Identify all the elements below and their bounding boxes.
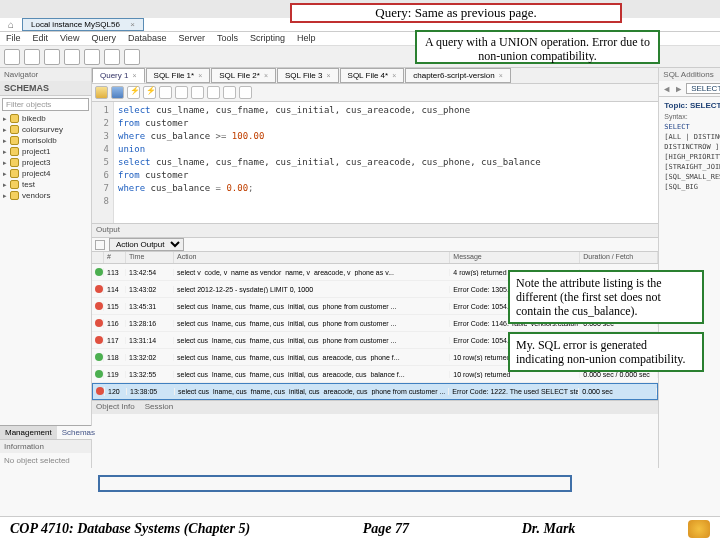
menu-edit[interactable]: Edit bbox=[33, 33, 49, 44]
schema-item[interactable]: ▸morisoldb bbox=[0, 135, 91, 146]
row-number: 116 bbox=[104, 320, 126, 327]
schema-item[interactable]: ▸bikedb bbox=[0, 113, 91, 124]
sql-additions-header: SQL Additions bbox=[659, 68, 720, 81]
query-tab[interactable]: SQL File 1*× bbox=[146, 68, 211, 83]
navigator-bottom-tabs: Management Schemas bbox=[0, 425, 91, 439]
execute-step-icon[interactable] bbox=[143, 86, 156, 99]
row-number: 120 bbox=[105, 388, 127, 395]
menu-file[interactable]: File bbox=[6, 33, 21, 44]
row-time: 13:42:54 bbox=[126, 269, 174, 276]
row-action: select cus_lname, cus_fname, cus_initial… bbox=[174, 320, 450, 327]
schema-label: test bbox=[22, 180, 35, 189]
row-action: select cus_lname, cus_fname, cus_initial… bbox=[175, 388, 449, 395]
toolbar-icon[interactable] bbox=[124, 49, 140, 65]
close-icon[interactable]: × bbox=[392, 72, 396, 79]
open-icon[interactable] bbox=[95, 86, 108, 99]
row-time: 13:38:05 bbox=[127, 388, 175, 395]
status-object-info[interactable]: Object Info bbox=[96, 402, 135, 413]
save-icon[interactable] bbox=[111, 86, 124, 99]
database-icon bbox=[10, 147, 19, 156]
query-tab[interactable]: SQL File 2*× bbox=[211, 68, 276, 83]
chevron-right-icon: ▸ bbox=[3, 137, 7, 145]
row-time: 13:31:14 bbox=[126, 337, 174, 344]
menu-view[interactable]: View bbox=[60, 33, 79, 44]
row-action: select cus_lname, cus_fname, cus_initial… bbox=[174, 303, 450, 310]
schema-item[interactable]: ▸colorsurvey bbox=[0, 124, 91, 135]
information-header: Information bbox=[0, 439, 91, 453]
query-tab-label: SQL File 1* bbox=[154, 71, 195, 80]
schema-item[interactable]: ▸vendors bbox=[0, 190, 91, 201]
close-icon[interactable]: × bbox=[198, 72, 202, 79]
menu-server[interactable]: Server bbox=[178, 33, 205, 44]
toolbar-icon[interactable] bbox=[44, 49, 60, 65]
toolbar-icon[interactable] bbox=[207, 86, 220, 99]
output-row[interactable]: 12013:38:05select cus_lname, cus_fname, … bbox=[92, 383, 658, 400]
navigator-panel: Navigator SCHEMAS Filter objects ▸bikedb… bbox=[0, 68, 92, 468]
schema-item[interactable]: ▸project3 bbox=[0, 157, 91, 168]
menu-database[interactable]: Database bbox=[128, 33, 167, 44]
sql-editor[interactable]: 12345678 select cus_lname, cus_fname, cu… bbox=[92, 102, 658, 224]
database-icon bbox=[10, 125, 19, 134]
database-icon bbox=[10, 114, 19, 123]
schema-item[interactable]: ▸test bbox=[0, 179, 91, 190]
row-time: 13:45:31 bbox=[126, 303, 174, 310]
query-tab-label: chapter6-script-version bbox=[413, 71, 494, 80]
close-icon[interactable]: × bbox=[264, 72, 268, 79]
toolbar-icon[interactable] bbox=[104, 49, 120, 65]
menu-help[interactable]: Help bbox=[297, 33, 316, 44]
menu-query[interactable]: Query bbox=[91, 33, 116, 44]
menu-tools[interactable]: Tools bbox=[217, 33, 238, 44]
schema-label: project4 bbox=[22, 169, 50, 178]
back-icon[interactable]: ◄ bbox=[662, 84, 671, 94]
toolbar-icon[interactable] bbox=[159, 86, 172, 99]
toolbar-icon[interactable] bbox=[64, 49, 80, 65]
center-panel: Query 1× SQL File 1*× SQL File 2*× SQL F… bbox=[92, 68, 658, 468]
query-tab[interactable]: SQL File 3× bbox=[277, 68, 339, 83]
close-icon[interactable]: × bbox=[130, 20, 135, 29]
home-icon[interactable]: ⌂ bbox=[0, 19, 22, 30]
sql-additions-body: Topic: SELECT Syntax: SELECT [ALL | DIST… bbox=[659, 97, 720, 196]
output-type-select[interactable]: Action Output bbox=[109, 238, 184, 251]
toolbar-icon[interactable] bbox=[84, 49, 100, 65]
query-tab[interactable]: Query 1× bbox=[92, 68, 145, 83]
query-tab[interactable]: chapter6-script-version× bbox=[405, 68, 510, 83]
line-gutter: 12345678 bbox=[92, 102, 114, 223]
topic-select[interactable]: SELECT bbox=[686, 83, 720, 94]
database-icon bbox=[10, 158, 19, 167]
row-action: select cus_lname, cus_fname, cus_initial… bbox=[174, 337, 450, 344]
schema-item[interactable]: ▸project1 bbox=[0, 146, 91, 157]
status-ok-icon bbox=[95, 370, 103, 378]
highlighted-row-box bbox=[98, 475, 572, 492]
close-icon[interactable]: × bbox=[326, 72, 330, 79]
row-number: 114 bbox=[104, 286, 126, 293]
query-tab-label: SQL File 4* bbox=[348, 71, 389, 80]
menu-scripting[interactable]: Scripting bbox=[250, 33, 285, 44]
row-action: select v_code, v_name as vendor_name, v_… bbox=[174, 269, 450, 276]
query-toolbar bbox=[92, 84, 658, 102]
query-tab[interactable]: SQL File 4*× bbox=[340, 68, 405, 83]
toolbar-icon[interactable] bbox=[175, 86, 188, 99]
row-action: select cus_lname, cus_fname, cus_initial… bbox=[174, 354, 450, 361]
tab-management[interactable]: Management bbox=[0, 426, 57, 439]
row-duration: 0.000 sec bbox=[579, 388, 657, 395]
execute-icon[interactable] bbox=[127, 86, 140, 99]
toolbar-icon[interactable] bbox=[239, 86, 252, 99]
forward-icon[interactable]: ► bbox=[674, 84, 683, 94]
database-icon bbox=[10, 191, 19, 200]
toolbar-icon[interactable] bbox=[191, 86, 204, 99]
filter-objects-input[interactable]: Filter objects bbox=[2, 98, 89, 111]
footer-author: Dr. Mark bbox=[522, 521, 576, 537]
toolbar-icon[interactable] bbox=[24, 49, 40, 65]
col-number: # bbox=[104, 252, 126, 263]
close-icon[interactable]: × bbox=[132, 72, 136, 79]
close-icon[interactable]: × bbox=[499, 72, 503, 79]
schema-item[interactable]: ▸project4 bbox=[0, 168, 91, 179]
connection-tab[interactable]: Local instance MySQL56 × bbox=[22, 18, 144, 31]
query-tabs: Query 1× SQL File 1*× SQL File 2*× SQL F… bbox=[92, 68, 658, 84]
status-session[interactable]: Session bbox=[145, 402, 173, 413]
toolbar-icon[interactable] bbox=[223, 86, 236, 99]
ucf-logo-icon bbox=[688, 520, 710, 538]
toolbar-icon[interactable] bbox=[4, 49, 20, 65]
row-time: 13:28:16 bbox=[126, 320, 174, 327]
row-number: 117 bbox=[104, 337, 126, 344]
